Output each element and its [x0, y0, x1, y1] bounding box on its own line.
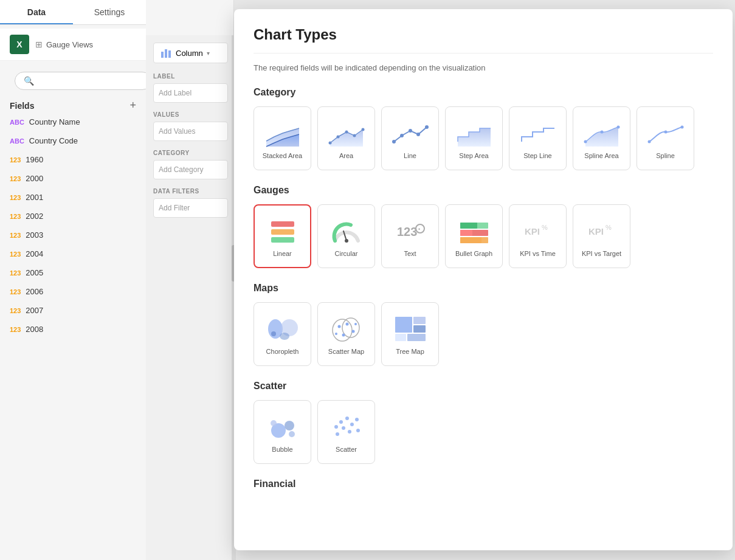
svg-point-20 [647, 140, 650, 143]
svg-point-61 [289, 431, 295, 437]
svg-point-49 [351, 330, 354, 333]
chart-step-line[interactable]: Step Line [509, 106, 567, 170]
area-label: Area [339, 152, 353, 159]
field-2000[interactable]: 123 2000 [0, 169, 146, 188]
chart-scatter-map[interactable]: Scatter Map [317, 302, 375, 366]
column-chart-icon [160, 47, 172, 59]
values-section-header: VALUES [153, 111, 228, 118]
chart-spline[interactable]: Spline [637, 106, 694, 170]
svg-marker-16 [458, 128, 491, 147]
add-values-button[interactable]: Add Values [153, 122, 228, 141]
scatter-section-title: Scatter [254, 381, 713, 392]
bullet-graph-label: Bullet Graph [455, 250, 492, 257]
chart-choropleth[interactable]: Choropleth [254, 302, 311, 366]
svg-point-18 [600, 130, 603, 133]
step-line-label: Step Line [523, 152, 551, 159]
svg-rect-23 [271, 221, 294, 227]
search-bar[interactable]: 🔍 [15, 72, 151, 90]
svg-rect-54 [413, 317, 426, 324]
chevron-down-icon: ▾ [207, 50, 210, 57]
svg-point-13 [409, 129, 412, 133]
field-2002[interactable]: 123 2002 [0, 207, 146, 226]
svg-point-11 [392, 140, 396, 143]
circular-label: Circular [335, 250, 358, 257]
scatter-icon [330, 412, 363, 442]
add-label-button[interactable]: Add Label [153, 83, 228, 103]
choropleth-icon [266, 314, 299, 344]
add-field-button[interactable]: + [129, 99, 136, 112]
scatter-map-icon [330, 314, 363, 344]
bubble-label: Bubble [272, 446, 292, 453]
field-country-code[interactable]: ABC Country Code [0, 131, 146, 150]
kpi-time-label: KPI vs Time [520, 250, 556, 257]
scatter-map-label: Scatter Map [328, 348, 364, 355]
tab-settings[interactable]: Settings [73, 0, 146, 24]
svg-point-17 [584, 140, 587, 143]
svg-point-10 [361, 128, 364, 131]
chart-scatter[interactable]: Scatter [317, 400, 375, 464]
svg-point-48 [345, 322, 348, 325]
chart-line[interactable]: Line [381, 106, 439, 170]
chart-kpi-vs-target[interactable]: KPI % KPI vs Target [573, 204, 630, 268]
chart-kpi-vs-time[interactable]: KPI % KPI vs Time [509, 204, 567, 268]
chart-area[interactable]: Area [317, 106, 375, 170]
svg-rect-35 [460, 230, 472, 236]
field-2007[interactable]: 123 2007 [0, 301, 146, 320]
bubble-icon [266, 412, 299, 442]
text-gauge-label: Text [404, 250, 416, 257]
add-category-button[interactable]: Add Category [153, 160, 228, 179]
linear-label: Linear [273, 250, 292, 257]
chart-text-gauge[interactable]: 123 • Text [381, 204, 439, 268]
chart-type-selector[interactable]: Column ▾ [153, 43, 228, 63]
field-2003[interactable]: 123 2003 [0, 226, 146, 244]
chart-bullet-graph[interactable]: Bullet Graph [445, 204, 503, 268]
svg-rect-24 [271, 229, 294, 235]
svg-point-66 [350, 423, 354, 426]
chart-step-area[interactable]: Step Area [445, 106, 503, 170]
chart-linear[interactable]: Linear [254, 204, 311, 268]
data-filters-section-header: DATA FILTERS [153, 188, 228, 195]
field-country-name[interactable]: ABC Country Name [0, 112, 146, 131]
tree-map-icon [394, 314, 427, 344]
stacked-area-icon [266, 118, 299, 148]
kpi-time-icon: KPI % [522, 216, 554, 246]
scatter-chart-grid: Bubble Scatter [254, 400, 713, 464]
svg-point-8 [345, 130, 348, 133]
field-2006[interactable]: 123 2006 [0, 282, 146, 301]
chart-circular[interactable]: Circular [317, 204, 375, 268]
search-input[interactable] [39, 76, 142, 86]
svg-rect-57 [407, 334, 426, 341]
field-2001[interactable]: 123 2001 [0, 188, 146, 207]
chart-config-panel: Column ▾ LABEL Add Label VALUES Add Valu… [146, 35, 236, 560]
maps-chart-grid: Choropleth Scatter Map [254, 302, 713, 366]
spline-icon [649, 118, 682, 148]
fields-list: ABC Country Name ABC Country Code 123 19… [0, 112, 146, 339]
kpi-target-label: KPI vs Target [582, 250, 621, 257]
chart-spline-area[interactable]: Spline Area [573, 106, 630, 170]
svg-point-15 [425, 125, 429, 129]
datasource-row: X ⊞ Gauge Views [0, 29, 146, 61]
chart-tree-map[interactable]: Tree Map [381, 302, 439, 366]
chart-stacked-area[interactable]: Stacked Area [254, 106, 311, 170]
svg-point-52 [335, 333, 337, 335]
svg-text:123: 123 [397, 225, 417, 238]
gauges-chart-grid: Linear Circular 123 • [254, 204, 713, 268]
tab-data[interactable]: Data [0, 0, 73, 24]
svg-text:%: % [606, 224, 612, 231]
svg-point-12 [400, 134, 404, 137]
field-1960[interactable]: 123 1960 [0, 150, 146, 169]
field-2008[interactable]: 123 2008 [0, 320, 146, 339]
gauges-section-title: Gauges [254, 185, 713, 196]
chart-bubble[interactable]: Bubble [254, 400, 311, 464]
gauge-views[interactable]: ⊞ Gauge Views [35, 40, 93, 49]
svg-point-22 [680, 125, 683, 128]
svg-point-21 [664, 130, 667, 133]
add-filter-button[interactable]: Add Filter [153, 198, 228, 218]
svg-point-67 [355, 418, 359, 421]
svg-point-68 [356, 429, 360, 432]
svg-point-51 [354, 323, 357, 325]
area-icon [330, 118, 363, 148]
field-2005[interactable]: 123 2005 [0, 263, 146, 282]
svg-point-14 [416, 133, 420, 136]
field-2004[interactable]: 123 2004 [0, 244, 146, 263]
